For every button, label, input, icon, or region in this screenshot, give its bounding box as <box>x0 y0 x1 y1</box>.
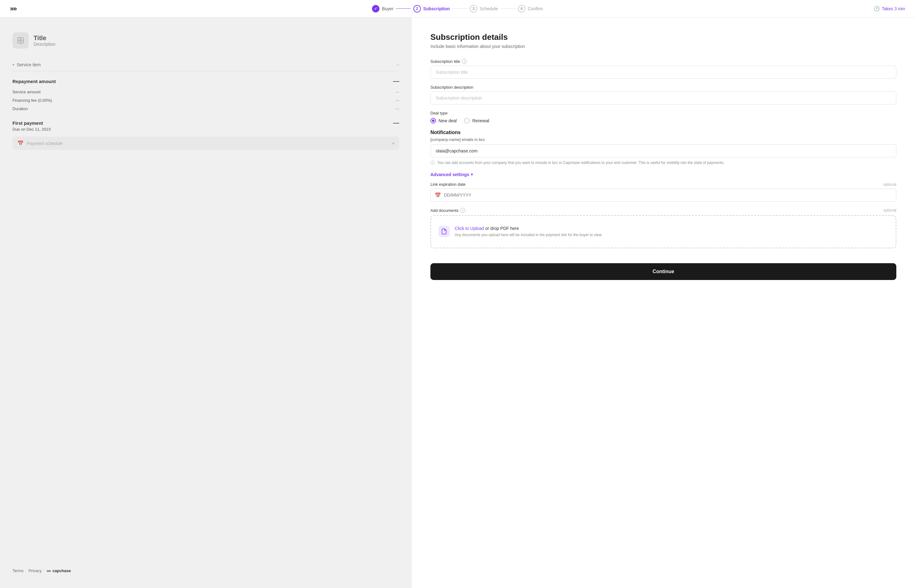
subscription-title-input[interactable] <box>430 66 896 79</box>
date-calendar-icon: 📅 <box>435 192 441 198</box>
top-nav: »» ✓ Buyer 2 Subscription 3 Schedule <box>0 0 915 18</box>
step-subscription-number: 2 <box>413 5 421 13</box>
svg-point-1 <box>19 39 21 41</box>
service-item-row[interactable]: ▾ Service item -- <box>13 58 399 71</box>
renewal-radio[interactable] <box>464 118 470 123</box>
left-footer: Terms Privacy »» capchase <box>13 561 399 573</box>
payment-schedule-label: Payment schedule <box>27 141 63 146</box>
service-item-label: Service item <box>17 62 41 67</box>
advanced-settings-chevron: ▾ <box>471 172 473 177</box>
step-divider-2 <box>452 8 467 9</box>
step-schedule-number: 3 <box>470 5 477 13</box>
logo: »» <box>10 5 16 13</box>
terms-link[interactable]: Terms <box>13 569 23 573</box>
upload-text-content: Click to Upload or drop PDF here Any doc… <box>455 226 602 238</box>
link-expiration-group: Link expiration date optional 📅 <box>430 182 896 202</box>
add-documents-optional: optional <box>883 208 896 213</box>
repayment-title: Repayment amount <box>13 79 399 84</box>
product-icon <box>13 32 29 48</box>
product-header: Title Description <box>13 32 399 48</box>
repayment-service-amount: Service amount — <box>13 88 399 96</box>
bcc-email-input[interactable] <box>430 144 896 157</box>
upload-file-icon <box>438 226 450 237</box>
upload-area[interactable]: Click to Upload or drop PDF here Any doc… <box>430 215 896 248</box>
step-confirm[interactable]: 4 Confirm <box>518 5 543 13</box>
steps-container: ✓ Buyer 2 Subscription 3 Schedule 4 Conf… <box>372 5 543 13</box>
notifications-heading: Notifications <box>430 130 896 135</box>
repayment-section: Repayment amount Service amount — Financ… <box>13 79 399 113</box>
subscription-description-group: Subscription description <box>430 85 896 105</box>
footer-brand: »» capchase <box>47 569 71 573</box>
repayment-duration: Duration — <box>13 105 399 113</box>
bcc-label: [company-name] emails in bcc <box>430 137 896 142</box>
upload-hint: Any documents you upload here will be in… <box>455 232 602 238</box>
step-schedule[interactable]: 3 Schedule <box>470 5 498 13</box>
step-subscription[interactable]: 2 Subscription <box>413 5 450 13</box>
hint-text: You can add accounts from your company t… <box>437 160 724 165</box>
left-panel: Title Description ▾ Service item -- Repa… <box>0 18 412 588</box>
hint-icon: ⓘ <box>430 160 435 166</box>
main-layout: Title Description ▾ Service item -- Repa… <box>0 18 915 588</box>
step-subscription-label: Subscription <box>423 6 450 11</box>
subscription-title-info-icon[interactable]: i <box>462 59 467 64</box>
deal-type-renewal[interactable]: Renewal <box>464 118 489 123</box>
step-divider-1 <box>396 8 411 9</box>
notifications-hint: ⓘ You can add accounts from your company… <box>430 160 896 166</box>
link-expiration-input[interactable] <box>430 189 896 202</box>
advanced-settings-toggle[interactable]: Advanced settings ▾ <box>430 172 896 177</box>
product-title: Title <box>34 34 55 42</box>
repayment-financing-fee: Financing fee (0.00%) — <box>13 96 399 105</box>
subscription-title-label: Subscription title i <box>430 59 896 64</box>
product-description: Description <box>34 42 55 47</box>
step-confirm-label: Confirm <box>528 6 543 11</box>
privacy-link[interactable]: Privacy <box>28 569 42 573</box>
time-badge: 🕐 Takes 3 min <box>874 6 905 11</box>
service-item-chevron: ▾ <box>13 63 14 67</box>
continue-button[interactable]: Continue <box>430 263 896 280</box>
deal-type-group: Deal type New deal Renewal <box>430 111 896 123</box>
add-documents-group: Add documents i optional Click to Upload… <box>430 208 896 248</box>
deal-type-label: Deal type <box>430 111 896 115</box>
service-item-value: -- <box>396 62 399 67</box>
step-buyer-label: Buyer <box>382 6 393 11</box>
clock-icon: 🕐 <box>874 6 880 11</box>
add-documents-info-icon[interactable]: i <box>460 208 465 213</box>
payment-schedule-dropdown[interactable]: 📅 Payment schedule ▾ <box>13 137 399 150</box>
notifications-group: Notifications [company-name] emails in b… <box>430 130 896 166</box>
calendar-icon: 📅 <box>18 140 24 146</box>
link-expiration-optional: optional <box>883 182 896 187</box>
step-confirm-number: 4 <box>518 5 525 13</box>
first-payment-date: Due on Dec 11, 2023 <box>13 127 399 132</box>
right-panel: Subscription details Include basic infor… <box>412 18 915 588</box>
step-buyer-number: ✓ <box>372 5 379 13</box>
deal-type-options: New deal Renewal <box>430 118 896 123</box>
subscription-description-label: Subscription description <box>430 85 896 90</box>
logo-icon: »» <box>10 5 16 13</box>
left-panel-content: Title Description ▾ Service item -- Repa… <box>13 32 399 561</box>
subscription-title-group: Subscription title i <box>430 59 896 79</box>
upload-link[interactable]: Click to Upload <box>455 226 484 231</box>
first-payment-block: First payment Due on Dec 11, 2023 📅 Paym… <box>13 120 399 150</box>
schedule-chevron: ▾ <box>393 141 394 145</box>
step-divider-3 <box>500 8 516 9</box>
new-deal-radio[interactable] <box>430 118 436 123</box>
form-subtitle: Include basic information about your sub… <box>430 44 896 49</box>
subscription-description-input[interactable] <box>430 92 896 105</box>
add-documents-label: Add documents i <box>430 208 465 213</box>
step-buyer[interactable]: ✓ Buyer <box>372 5 393 13</box>
link-expiration-label: Link expiration date <box>430 182 466 187</box>
date-input-wrapper: 📅 <box>430 189 896 202</box>
step-schedule-label: Schedule <box>480 6 498 11</box>
deal-type-new-deal[interactable]: New deal <box>430 118 457 123</box>
form-title: Subscription details <box>430 32 896 42</box>
product-info: Title Description <box>34 34 55 47</box>
first-payment-title: First payment <box>13 120 399 126</box>
